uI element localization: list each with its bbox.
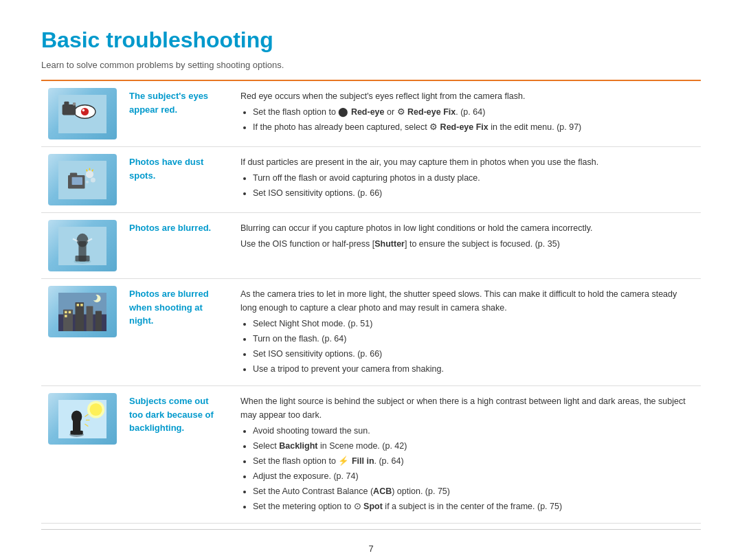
list-item: Set the metering option to ⊙ Spot if a s… bbox=[253, 500, 694, 513]
image-redeye bbox=[48, 88, 117, 139]
label-cell-night: Photos are blurred when shooting at nigh… bbox=[124, 279, 234, 386]
list-item: Use a tripod to prevent your camera from… bbox=[253, 362, 694, 376]
desc-cell-dust: If dust particles are present in the air… bbox=[234, 147, 701, 213]
image-cell-blurred bbox=[41, 213, 124, 279]
label-cell-blurred: Photos are blurred. bbox=[124, 213, 234, 279]
list-item: Set ISO sensitivity options. (p. 66) bbox=[253, 347, 694, 361]
page-number: 7 bbox=[41, 544, 701, 554]
list-item: Set the Auto Contrast Balance (ACB) opti… bbox=[253, 484, 694, 498]
label-dust: Photos have dust spots. bbox=[129, 157, 203, 181]
list-item: Adjust the exposure. (p. 74) bbox=[253, 469, 694, 483]
desc-cell-redeye: Red eye occurs when the subject's eyes r… bbox=[234, 81, 701, 147]
desc-intro-dust: If dust particles are present in the air… bbox=[240, 155, 694, 169]
image-dust bbox=[48, 154, 117, 205]
label-blurred: Photos are blurred. bbox=[129, 223, 211, 233]
label-cell-redeye: The subject's eyes appear red. bbox=[124, 81, 234, 147]
desc-intro-redeye: Red eye occurs when the subject's eyes r… bbox=[240, 89, 694, 103]
list-item: Select Backlight in Scene mode. (p. 42) bbox=[253, 439, 694, 453]
list-item: Turn on the flash. (p. 64) bbox=[253, 332, 694, 346]
image-cell-night bbox=[41, 279, 124, 386]
desc-intro-blurred: Blurring can occur if you capture photos… bbox=[240, 221, 694, 235]
table-row: Photos are blurred when shooting at nigh… bbox=[41, 279, 701, 386]
table-row: Photos are blurred. Blurring can occur i… bbox=[41, 213, 701, 279]
desc-bullets-night: Select Night Shot mode. (p. 51) Turn on … bbox=[253, 317, 694, 376]
desc-intro-night: As the camera tries to let in more light… bbox=[240, 287, 694, 315]
table-row: Subjects come out too dark because of ba… bbox=[41, 386, 701, 524]
desc-intro-backlight: When the light source is behind the subj… bbox=[240, 394, 694, 422]
image-blurred bbox=[48, 220, 117, 271]
desc-cell-backlight: When the light source is behind the subj… bbox=[234, 386, 701, 524]
desc-cell-blurred: Blurring can occur if you capture photos… bbox=[234, 213, 701, 279]
page-subtitle: Learn to solve common problems by settin… bbox=[41, 60, 701, 70]
page-title: Basic troubleshooting bbox=[41, 27, 701, 53]
list-item: If the photo has already been captured, … bbox=[253, 120, 694, 134]
image-backlight bbox=[48, 393, 117, 445]
list-item: Set the flash option to ⚡ Fill in. (p. 6… bbox=[253, 454, 694, 468]
bottom-divider bbox=[41, 529, 701, 530]
table-row: The subject's eyes appear red. Red eye o… bbox=[41, 81, 701, 147]
desc-bullets-backlight: Avoid shooting toward the sun. Select Ba… bbox=[253, 424, 694, 513]
label-backlight: Subjects come out too dark because of ba… bbox=[129, 396, 214, 433]
label-cell-dust: Photos have dust spots. bbox=[124, 147, 234, 213]
image-cell-dust bbox=[41, 147, 124, 213]
desc-extra-blurred: Use the OIS function or half-press [Shut… bbox=[240, 237, 694, 251]
label-redeye: The subject's eyes appear red. bbox=[129, 91, 208, 115]
list-item: Avoid shooting toward the sun. bbox=[253, 424, 694, 438]
image-night bbox=[48, 286, 117, 337]
list-item: Set the flash option to ⬤ Red-eye or ⚙ R… bbox=[253, 105, 694, 119]
table-row: Photos have dust spots. If dust particle… bbox=[41, 147, 701, 213]
desc-bullets-dust: Turn off the flash or avoid capturing ph… bbox=[253, 171, 694, 200]
image-cell-backlight bbox=[41, 386, 124, 524]
label-night: Photos are blurred when shooting at nigh… bbox=[129, 289, 209, 326]
label-cell-backlight: Subjects come out too dark because of ba… bbox=[124, 386, 234, 524]
image-cell-redeye bbox=[41, 81, 124, 147]
list-item: Select Night Shot mode. (p. 51) bbox=[253, 317, 694, 331]
desc-bullets-redeye: Set the flash option to ⬤ Red-eye or ⚙ R… bbox=[253, 105, 694, 134]
desc-cell-night: As the camera tries to let in more light… bbox=[234, 279, 701, 386]
troubleshooting-table: The subject's eyes appear red. Red eye o… bbox=[41, 81, 701, 524]
list-item: Set ISO sensitivity options. (p. 66) bbox=[253, 186, 694, 200]
list-item: Turn off the flash or avoid capturing ph… bbox=[253, 171, 694, 185]
